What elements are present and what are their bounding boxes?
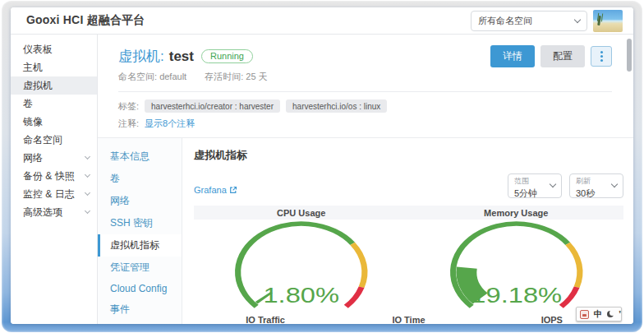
panel-title: IO Traffic [194,313,337,324]
chevron-down-icon [85,208,90,214]
app-title: Gooxi HCI 超融合平台 [26,13,145,28]
tab-events[interactable]: 事件 [98,298,182,321]
sidebar-item-volumes[interactable]: 卷 [11,95,97,113]
sidebar-item-backup-snapshot[interactable]: 备份 & 快照 [11,167,97,185]
sidebar-item-virtual-machines[interactable]: 虚拟机 [11,76,97,95]
range-select[interactable]: 范围 5分钟 [508,173,562,198]
io-traffic-panel: IO Traffic 5 kB/s4 kB/s3 kB/s [194,312,337,324]
sidebar-item-networks[interactable]: 网络 [11,149,97,167]
detail-tabs: 基本信息 卷 网络 SSH 密钥 虚拟机指标 凭证管理 Cloud Config… [98,138,182,324]
cpu-usage-gauge: 1.80% [194,220,409,312]
sidebar-item-hosts[interactable]: 主机 [11,58,97,76]
labels-title: 标签: [118,100,139,113]
window-frame: Gooxi HCI 超融合平台 所有命名空间 仪表板 主机 虚拟机 卷 镜像 命… [2,1,642,332]
tab-migration[interactable]: 迁移 [98,321,182,324]
panel-title: CPU Usage [194,206,409,220]
chevron-down-icon [574,16,581,23]
metrics-pane: 虚拟机指标 Grafana 范围 5分钟 [182,138,633,324]
page-title: test [169,49,194,65]
panel-title: Memory Usage [409,206,624,220]
app-window: Gooxi HCI 超融合平台 所有命名空间 仪表板 主机 虚拟机 卷 镜像 命… [11,7,633,324]
tab-basic-info[interactable]: 基本信息 [98,146,182,168]
panel-title: IO Time [337,313,480,324]
refresh-select[interactable]: 刷新 30秒 [569,173,623,198]
ime-input-method-icon[interactable] [580,310,589,319]
annotations-label: 注释: [118,118,139,130]
show-annotations-link[interactable]: 显示8个注释 [145,118,195,130]
ime-fullwidth-moon-icon[interactable] [607,311,614,317]
namespace-meta: 命名空间: default [118,71,186,83]
svg-text:19.18%: 19.18% [471,284,562,307]
label-chip: harvesterhci.io/creator : harvester [145,99,280,113]
sidebar-item-monitoring-logs[interactable]: 监控 & 日志 [11,185,97,203]
scrollbar [626,36,632,322]
tab-cloud-config[interactable]: Cloud Config [98,279,182,298]
app-header: Gooxi HCI 超融合平台 所有命名空间 [11,7,633,35]
cpu-usage-panel: CPU Usage 1.80% [194,206,409,312]
scrollbar-thumb[interactable] [627,39,632,72]
memory-usage-gauge: 19.18% [409,220,624,312]
metrics-dashboard: CPU Usage 1.80% Memory Usage 19.18% IO T… [194,206,623,324]
grafana-link[interactable]: Grafana [194,185,237,195]
namespace-filter-value: 所有命名空间 [478,15,575,27]
external-link-icon [229,186,237,194]
page-header: 虚拟机: test Running 详情 配置 命名空间: default 存活… [98,35,633,130]
io-time-panel: IO Time 2 ms1.50 ms1 ms [337,312,480,324]
namespace-filter-select[interactable]: 所有命名空间 [471,11,587,31]
main-content: 虚拟机: test Running 详情 配置 命名空间: default 存活… [98,35,633,324]
sidebar-item-images[interactable]: 镜像 [11,113,97,131]
tab-ssh-keys[interactable]: SSH 密钥 [98,212,182,234]
chevron-down-icon [85,172,90,178]
ime-punctuation-toggle[interactable]: ” [619,312,622,317]
chevron-down-icon [85,154,90,160]
label-chip: harvesterhci.io/os : linux [286,99,387,113]
details-button[interactable]: 详情 [490,45,535,67]
ime-language-toggle[interactable]: 中 [594,310,602,318]
tab-volumes[interactable]: 卷 [98,168,182,190]
ime-toolbar: 中 ” [576,307,622,321]
user-avatar[interactable] [593,10,623,32]
age-meta: 存活时间: 25 天 [205,71,267,83]
sidebar-item-namespaces[interactable]: 命名空间 [11,131,97,149]
more-actions-button[interactable] [591,46,612,67]
sidebar-item-dashboard[interactable]: 仪表板 [11,40,97,58]
metrics-title: 虚拟机指标 [194,148,623,163]
tab-networks[interactable]: 网络 [98,190,182,212]
resource-type-label[interactable]: 虚拟机: [118,47,164,66]
status-badge: Running [201,49,253,63]
svg-text:1.80%: 1.80% [263,284,339,307]
divider [118,91,612,92]
memory-usage-panel: Memory Usage 19.18% [409,206,624,312]
detail-body: 基本信息 卷 网络 SSH 密钥 虚拟机指标 凭证管理 Cloud Config… [98,137,633,324]
kebab-icon [600,51,603,53]
chevron-down-icon [85,190,90,196]
sidebar-item-advanced[interactable]: 高级选项 [11,203,97,221]
sidebar: 仪表板 主机 虚拟机 卷 镜像 命名空间 网络 备份 & 快照 监控 & 日志 … [11,35,98,324]
tab-vm-metrics[interactable]: 虚拟机指标 [98,234,182,257]
config-button[interactable]: 配置 [540,45,585,67]
tab-credentials[interactable]: 凭证管理 [98,257,182,279]
